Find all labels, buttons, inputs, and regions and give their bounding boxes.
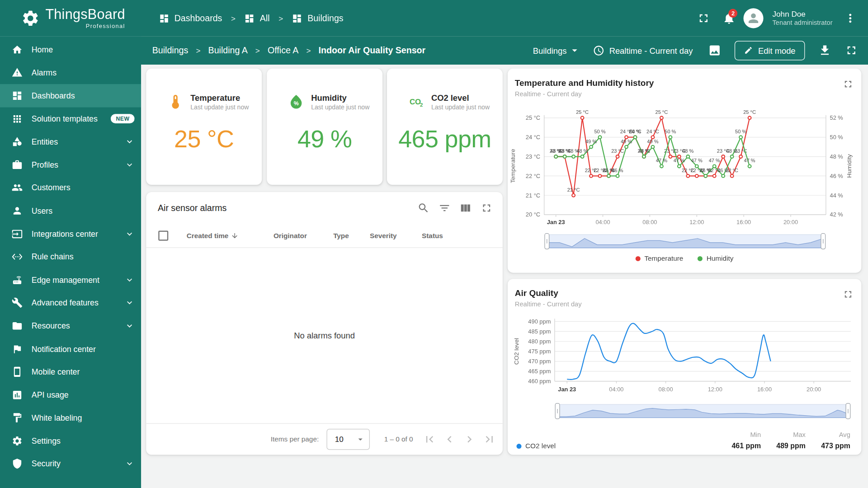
sidebar-item-advanced-features[interactable]: Advanced features (0, 291, 141, 314)
first-page-button[interactable] (423, 433, 436, 446)
time-range-slider[interactable] (544, 233, 826, 250)
column-header-type[interactable]: Type (333, 232, 370, 239)
svg-text:460 ppm: 460 ppm (528, 378, 551, 385)
items-per-page-label: Items per page: (271, 436, 319, 443)
smartphone-icon (12, 366, 24, 377)
states-select[interactable]: Buildings (533, 44, 580, 56)
column-header-status[interactable]: Status (422, 232, 469, 239)
sidebar-item-api-usage[interactable]: API usage (0, 383, 141, 406)
stat-min: Min 461 ppm (731, 431, 761, 450)
svg-text:50 %: 50 % (594, 129, 605, 134)
next-page-button[interactable] (463, 433, 476, 446)
more-menu-button[interactable] (839, 7, 861, 29)
sidebar-item-customers[interactable]: Customers (0, 176, 141, 199)
apps-icon (12, 113, 24, 124)
sidebar-item-security[interactable]: Security (0, 452, 141, 475)
format_paint-icon (12, 413, 24, 423)
notification-badge: 2 (729, 9, 738, 18)
svg-text:49 %: 49 % (647, 139, 658, 144)
timewindow-button[interactable]: Realtime - Current day (593, 45, 693, 56)
svg-text:480 ppm: 480 ppm (528, 338, 551, 345)
sidebar-item-alarms[interactable]: Alarms (0, 61, 141, 84)
dashboard-breadcrumb: Buildings>Building A>Office A>Indoor Air… (152, 45, 425, 55)
sidebar-item-edge-management[interactable]: Edge management (0, 268, 141, 291)
filter-icon[interactable] (439, 202, 451, 214)
dashboard-toolbar: Buildings>Building A>Office A>Indoor Air… (141, 37, 868, 64)
breadcrumb-item-dashboards[interactable]: Dashboards (159, 13, 222, 23)
svg-text:20 °C: 20 °C (526, 211, 540, 218)
sidebar-item-resources[interactable]: Resources (0, 314, 141, 338)
svg-text:46 %: 46 % (830, 173, 843, 179)
sidebar-item-solution-templates[interactable]: Solution templatesNEW (0, 107, 141, 130)
chevron-down-icon (125, 275, 135, 285)
kpi-card-temperature: TemperatureLast update just now25 °C (146, 69, 262, 185)
column-header-originator[interactable]: Originator (274, 232, 333, 239)
settings-icon (12, 436, 24, 446)
breadcrumb-item-buildings[interactable]: Buildings (292, 13, 344, 23)
person-icon (12, 205, 24, 216)
chart-subtitle: Realtime - Current day (515, 90, 851, 98)
dashboard-crumb-buildings[interactable]: Buildings (152, 45, 189, 55)
sidebar-item-users[interactable]: Users (0, 199, 141, 222)
breadcrumb-separator: > (255, 46, 260, 55)
svg-text:CO: CO (410, 98, 421, 106)
column-header-severity[interactable]: Severity (370, 232, 422, 239)
widget-fullscreen-icon[interactable] (843, 79, 854, 89)
kpi-subtitle: Last update just now (431, 104, 490, 111)
columns-icon[interactable] (459, 202, 472, 214)
widget-fullscreen-icon[interactable] (843, 289, 854, 300)
select-all-checkbox[interactable] (158, 231, 168, 241)
svg-text:47 %: 47 % (709, 158, 720, 163)
legend-item-co2-level[interactable]: CO2 level (516, 442, 556, 450)
shield-icon (12, 458, 24, 469)
breadcrumb-item-all[interactable]: All (245, 13, 270, 23)
user-menu[interactable]: John Doe Tenant administrator (772, 9, 832, 28)
sidebar-item-white-labeling[interactable]: White labeling (0, 406, 141, 429)
time-range-slider[interactable] (555, 403, 851, 419)
download-button[interactable] (814, 39, 836, 61)
avatar[interactable] (744, 8, 764, 28)
sidebar-item-dashboards[interactable]: Dashboards (0, 84, 141, 107)
image-gallery-button[interactable] (704, 39, 726, 61)
items-per-page-select[interactable]: 10 (326, 429, 370, 450)
clock-icon (593, 45, 604, 56)
widget-fullscreen-icon[interactable] (481, 202, 493, 214)
sidebar-item-rule-chains[interactable]: Rule chains (0, 245, 141, 268)
thingsboard-logo-icon (21, 9, 40, 28)
svg-text:25 °C: 25 °C (656, 109, 668, 115)
dashboard-crumb-building-a[interactable]: Building A (208, 45, 248, 55)
legend-item-humidity[interactable]: Humidity (698, 254, 733, 262)
search-icon[interactable] (417, 202, 429, 214)
svg-text:08:00: 08:00 (659, 386, 673, 393)
svg-text:CO2 level: CO2 level (513, 338, 520, 365)
sidebar-item-integrations-center[interactable]: Integrations center (0, 222, 141, 245)
sidebar-item-entities[interactable]: Entities (0, 130, 141, 153)
sidebar-item-mobile-center[interactable]: Mobile center (0, 361, 141, 384)
pencil-icon (744, 46, 753, 55)
sidebar-item-notification-center[interactable]: Notification center (0, 338, 141, 361)
fullscreen-button[interactable] (693, 7, 715, 29)
dashboard-crumb-office-a[interactable]: Office A (268, 45, 298, 55)
sidebar: HomeAlarmsDashboardsSolution templatesNE… (0, 37, 141, 488)
sidebar-item-settings[interactable]: Settings (0, 429, 141, 452)
work-icon (12, 159, 24, 170)
svg-text:22 °C: 22 °C (526, 173, 540, 179)
dashboard-fullscreen-button[interactable] (840, 39, 863, 61)
sidebar-item-profiles[interactable]: Profiles (0, 153, 141, 176)
humidity-icon: % (288, 94, 305, 110)
insert_chart-icon (12, 389, 24, 400)
column-header-created-time[interactable]: Created time (187, 232, 274, 239)
notifications-button[interactable]: 2 (718, 7, 740, 29)
legend-item-temperature[interactable]: Temperature (636, 254, 684, 262)
svg-text:44 %: 44 % (830, 192, 843, 199)
svg-text:48 %: 48 % (682, 148, 693, 154)
prev-page-button[interactable] (443, 433, 456, 446)
edit-mode-button[interactable]: Edit mode (735, 41, 805, 60)
chevron-down-icon (125, 321, 135, 331)
last-page-button[interactable] (483, 433, 496, 446)
sidebar-item-home[interactable]: Home (0, 38, 141, 61)
app-logo[interactable]: ThingsBoard Professional (0, 7, 141, 29)
legend-dot (636, 256, 641, 261)
svg-text:475 ppm: 475 ppm (528, 348, 551, 355)
kpi-subtitle: Last update just now (190, 104, 249, 111)
